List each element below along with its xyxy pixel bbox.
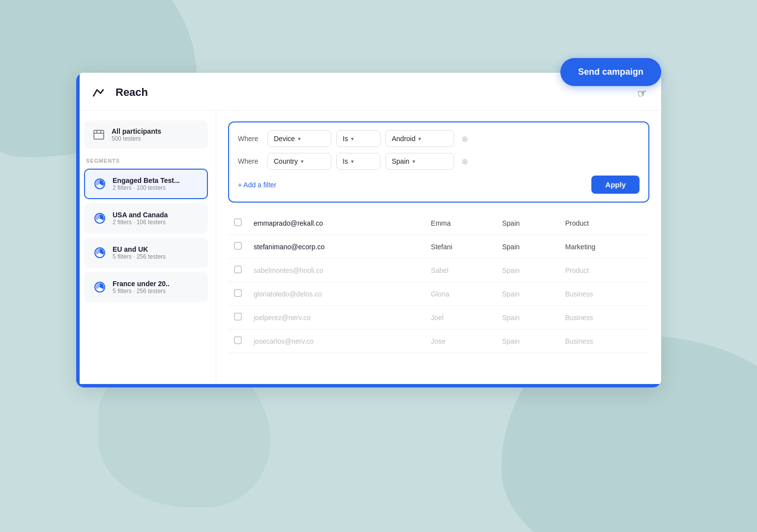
remove-filter1-button[interactable]: ⊗ <box>459 133 470 144</box>
email-cell-5: josecarlos@nerv.co <box>248 329 425 353</box>
email-cell-4: joelperez@nerv.co <box>248 306 425 329</box>
cursor-icon: ☞ <box>637 86 648 100</box>
filter1-operator-value: Is <box>343 135 348 143</box>
role-cell-3: Business <box>559 282 649 306</box>
filter2-field-select[interactable]: Country ▾ <box>267 153 331 170</box>
segment-subtitle-usa-canada: 2 filters · 106 testers <box>113 219 168 226</box>
country-cell-2: Spain <box>496 259 559 282</box>
testers-table: emmaprado@rekall.co Emma Spain Product s… <box>228 211 649 353</box>
segment-text-france-under-20: France under 20.. 5 filters · 256 tester… <box>113 280 170 295</box>
name-cell-1: Stefani <box>425 235 496 259</box>
email-cell-2: sabelmontes@hooli.co <box>248 259 425 282</box>
segment-subtitle-eu-uk: 5 filters · 256 testers <box>113 253 166 260</box>
segment-title-france-under-20: France under 20.. <box>113 280 170 288</box>
segments-list: Engaged Beta Test... 2 filters · 100 tes… <box>84 169 208 302</box>
main-content: Where Device ▾ Is ▾ Android ▾ ⊗ <box>216 111 661 387</box>
row-checkbox-cell[interactable] <box>228 282 248 306</box>
filter1-value-chevron: ▾ <box>418 136 421 142</box>
testers-table-section: emmaprado@rekall.co Emma Spain Product s… <box>228 211 649 387</box>
country-cell-0: Spain <box>496 211 559 235</box>
card-body: All participants 500 testers SEGMENTS En… <box>76 111 661 387</box>
filter1-value-select[interactable]: Android ▾ <box>385 130 454 147</box>
filter1-field-select[interactable]: Device ▾ <box>267 130 331 147</box>
filters-actions: + Add a filter Apply <box>238 176 640 194</box>
filter2-operator-value: Is <box>343 157 348 165</box>
participants-icon <box>92 128 106 142</box>
filter2-value-chevron: ▾ <box>412 158 415 165</box>
segment-icon-france-under-20 <box>93 280 107 294</box>
segment-icon-eu-uk <box>93 246 107 260</box>
table-row: stefanimano@ecorp.co Stefani Spain Marke… <box>228 235 649 259</box>
sidebar-item-france-under-20[interactable]: France under 20.. 5 filters · 256 tester… <box>84 272 208 302</box>
role-cell-0: Product <box>559 211 649 235</box>
add-filter-button[interactable]: + Add a filter <box>238 181 276 189</box>
table-row: gloriatoledo@delos.co Gloria Spain Busin… <box>228 282 649 306</box>
row-checkbox-2[interactable] <box>234 266 242 273</box>
filter1-field-chevron: ▾ <box>298 136 301 142</box>
segment-icon-usa-canada <box>93 211 107 225</box>
name-cell-5: Jose <box>425 329 496 353</box>
segment-title-engaged-beta: Engaged Beta Test... <box>113 177 180 184</box>
segment-text-usa-canada: USA and Canada 2 filters · 106 testers <box>113 211 168 226</box>
row-checkbox-cell[interactable] <box>228 329 248 353</box>
sidebar-item-eu-uk[interactable]: EU and UK 5 filters · 256 testers <box>84 237 208 268</box>
name-cell-0: Emma <box>425 211 496 235</box>
filter-row-1: Where Device ▾ Is ▾ Android ▾ ⊗ <box>238 130 640 147</box>
role-cell-2: Product <box>559 259 649 282</box>
filter2-field-value: Country <box>274 157 298 165</box>
filter2-operator-chevron: ▾ <box>351 158 354 165</box>
filter1-operator-chevron: ▾ <box>351 136 354 142</box>
send-campaign-button[interactable]: Send campaign <box>560 58 661 86</box>
filter2-operator-select[interactable]: Is ▾ <box>336 153 380 170</box>
sidebar-item-engaged-beta[interactable]: Engaged Beta Test... 2 filters · 100 tes… <box>84 169 208 199</box>
name-cell-4: Joel <box>425 306 496 329</box>
filter2-field-chevron: ▾ <box>301 158 304 165</box>
name-cell-3: Gloria <box>425 282 496 306</box>
name-cell-2: Sabel <box>425 259 496 282</box>
email-cell-3: gloriatoledo@delos.co <box>248 282 425 306</box>
app-logo <box>90 84 108 101</box>
segment-subtitle-france-under-20: 5 filters · 256 testers <box>113 288 170 295</box>
filter1-where-label: Where <box>238 135 262 143</box>
segment-text-engaged-beta: Engaged Beta Test... 2 filters · 100 tes… <box>113 177 180 191</box>
email-cell-1: stefanimano@ecorp.co <box>248 235 425 259</box>
segment-subtitle-engaged-beta: 2 filters · 100 testers <box>113 184 180 191</box>
row-checkbox-1[interactable] <box>234 242 242 250</box>
country-cell-1: Spain <box>496 235 559 259</box>
segments-label: SEGMENTS <box>84 158 208 164</box>
filter-row-2: Where Country ▾ Is ▾ Spain ▾ ⊗ <box>238 153 640 170</box>
row-checkbox-4[interactable] <box>234 313 242 321</box>
role-cell-4: Business <box>559 306 649 329</box>
sidebar-item-usa-canada[interactable]: USA and Canada 2 filters · 106 testers <box>84 203 208 234</box>
page-title: Reach <box>116 86 646 99</box>
row-checkbox-5[interactable] <box>234 336 242 344</box>
all-participants-count: 500 testers <box>112 135 161 142</box>
row-checkbox-cell[interactable] <box>228 211 248 235</box>
all-participants-text: All participants 500 testers <box>112 127 161 142</box>
filter1-operator-select[interactable]: Is ▾ <box>336 130 380 147</box>
role-cell-5: Business <box>559 329 649 353</box>
filter2-value-select[interactable]: Spain ▾ <box>385 153 454 170</box>
filter2-value-text: Spain <box>392 157 409 165</box>
remove-filter2-button[interactable]: ⊗ <box>459 156 470 167</box>
send-campaign-container: Send campaign ☞ <box>560 58 661 86</box>
svg-rect-0 <box>94 130 104 139</box>
row-checkbox-cell[interactable] <box>228 235 248 259</box>
row-checkbox-3[interactable] <box>234 289 242 297</box>
segment-text-eu-uk: EU and UK 5 filters · 256 testers <box>113 245 166 260</box>
sidebar: All participants 500 testers SEGMENTS En… <box>76 111 216 387</box>
all-participants-label: All participants <box>112 127 161 135</box>
apply-button[interactable]: Apply <box>591 176 640 194</box>
country-cell-3: Spain <box>496 282 559 306</box>
row-checkbox-0[interactable] <box>234 218 242 226</box>
table-row: sabelmontes@hooli.co Sabel Spain Product <box>228 259 649 282</box>
row-checkbox-cell[interactable] <box>228 306 248 329</box>
role-cell-1: Marketing <box>559 235 649 259</box>
filter1-field-value: Device <box>274 135 295 143</box>
row-checkbox-cell[interactable] <box>228 259 248 282</box>
table-row: emmaprado@rekall.co Emma Spain Product <box>228 211 649 235</box>
country-cell-4: Spain <box>496 306 559 329</box>
country-cell-5: Spain <box>496 329 559 353</box>
filters-box: Where Device ▾ Is ▾ Android ▾ ⊗ <box>228 121 649 203</box>
all-participants-item[interactable]: All participants 500 testers <box>84 120 208 149</box>
